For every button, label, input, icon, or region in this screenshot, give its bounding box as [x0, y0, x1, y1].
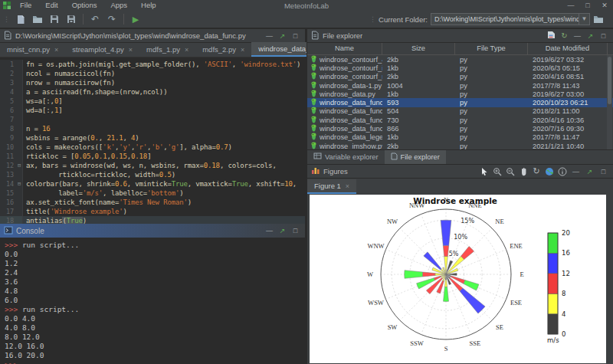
tab-variable-explorer[interactable]: Variable explorer [307, 150, 385, 164]
console-line: 8.0 12.0 [5, 333, 305, 342]
explorer-bottom-tabs: Variable explorerFile explorer [307, 149, 613, 163]
scrollbar-thumb[interactable] [608, 57, 611, 104]
float-panel-button[interactable]: ↗ [585, 32, 596, 40]
menu-options[interactable]: Options [66, 0, 103, 11]
console-line: 3.6 [5, 277, 305, 287]
save-as-button[interactable] [64, 12, 79, 26]
close-icon[interactable]: × [346, 182, 349, 190]
window-minimize-button[interactable]: — [562, 0, 579, 11]
editor-tab-mdfs_2.py[interactable]: mdfs_2.py× [195, 42, 251, 57]
editor-tab-mnist_cnn.py[interactable]: mnist_cnn.py× [0, 42, 65, 57]
maximize-panel-button[interactable]: □ [290, 32, 301, 40]
file-row[interactable]: windrose_data_func.py593py2020/10/23 06:… [307, 98, 613, 107]
column-header-name[interactable]: Name [307, 43, 382, 54]
column-header-file-type[interactable]: File Type [455, 43, 528, 54]
chevron-down-icon[interactable]: ▼ [579, 14, 589, 25]
float-panel-button[interactable]: ↗ [277, 227, 288, 234]
new-file-button[interactable] [13, 12, 28, 26]
console-output[interactable]: >>> run script...0.01.22.43.64.86.0>>> r… [0, 238, 305, 364]
file-cell: 2020/4/16 10:36 [528, 116, 608, 124]
scrollbar[interactable] [607, 55, 612, 149]
file-cell: py [455, 82, 528, 90]
file-cell: 2kb [382, 73, 455, 80]
code-line[interactable]: 18antialias(True) [0, 216, 305, 224]
code-line[interactable]: 5ws=a[:,0] [0, 97, 305, 106]
code-line[interactable]: 6wd=a[:,1] [0, 106, 305, 115]
float-panel-button[interactable]: ↗ [277, 32, 288, 40]
code-line[interactable]: 3nrow = numasciirow(fn) [0, 78, 305, 87]
column-header-size[interactable]: Size [382, 43, 455, 54]
open-folder-button[interactable] [30, 12, 45, 26]
float-panel-button[interactable]: ↗ [584, 168, 595, 175]
close-icon[interactable]: × [129, 46, 133, 54]
save-button[interactable] [47, 12, 62, 26]
file-row[interactable]: windrose_contourf_na...2kbpy2020/4/16 08… [307, 73, 613, 81]
refresh-icon[interactable]: ↻ [559, 31, 570, 40]
menu-file[interactable]: File [14, 0, 38, 11]
file-cell: py [455, 64, 528, 72]
minimize-panel-button[interactable]: — [264, 227, 275, 234]
file-table-header[interactable]: NameSizeFile TypeDate Modified [307, 43, 613, 55]
column-header-date-modified[interactable]: Date Modified [528, 43, 608, 54]
maximize-panel-button[interactable]: □ [598, 32, 609, 40]
console-line: >>> [5, 360, 305, 364]
new-file-icon[interactable] [546, 31, 557, 41]
pan-hand-icon[interactable] [518, 166, 529, 176]
editor-tab-mdfs_1.py[interactable]: mdfs_1.py× [139, 42, 195, 57]
figure-canvas[interactable]: NNNENEENEEESESESSESSSWSWWSWWWNWNWNNW5%10… [310, 195, 606, 363]
menu-help[interactable]: Help [135, 0, 162, 11]
file-row[interactable]: windrose_contourf_4.py2kbpy2019/6/27 03:… [307, 55, 613, 64]
svg-text:12: 12 [562, 270, 570, 277]
file-row[interactable]: windrose_data_legend...1kbpy2017/7/8 11:… [307, 133, 613, 142]
window-close-button[interactable]: ✕ [596, 0, 613, 11]
redo-button[interactable]: ↷ [104, 12, 120, 26]
minimize-panel-button[interactable]: — [264, 32, 275, 40]
run-script-button[interactable]: ▶ [128, 12, 143, 26]
file-row[interactable]: windrose_data_func_s...866py2020/7/16 09… [307, 124, 613, 133]
code-line[interactable]: 11rtickloc = [0.05,0.1,0.15,0.18] [0, 152, 305, 161]
maximize-panel-button[interactable]: □ [598, 168, 609, 175]
globe-icon[interactable] [544, 166, 555, 176]
minimize-panel-button[interactable]: — [572, 32, 583, 40]
code-line[interactable]: 13 rtickloc=rtickloc, width=0.5) [0, 170, 305, 179]
code-line[interactable]: 12⊟ax, bars = windrose(wd, ws, n, wsbins… [0, 161, 305, 170]
menu-edit[interactable]: Edit [39, 0, 64, 11]
file-row[interactable]: windrose_data_func_b...730py2020/4/16 10… [307, 116, 613, 124]
minimize-panel-button[interactable]: — [570, 168, 582, 175]
tab-file-explorer[interactable]: File explorer [385, 150, 446, 164]
current-folder-combo[interactable]: D:\Working\MIScript\Jython\mis\plot_type… [431, 13, 590, 25]
identify-icon[interactable] [557, 166, 568, 176]
editor-tab-streamplot_4.py[interactable]: streamplot_4.py× [65, 42, 139, 57]
zoom-in-icon[interactable] [492, 166, 503, 176]
code-editor[interactable]: 1fn = os.path.join(migl.get_sample_folde… [0, 58, 305, 224]
app-logo-icon [3, 2, 11, 9]
file-row[interactable]: windrose_imshow.py2kbpy2021/1/21 10:40 [307, 142, 613, 149]
undo-button[interactable]: ↶ [87, 12, 103, 26]
browse-folder-button[interactable] [591, 12, 606, 26]
code-line[interactable]: 1fn = os.path.join(migl.get_sample_folde… [0, 60, 305, 69]
code-line[interactable]: 2ncol = numasciicol(fn) [0, 69, 305, 78]
zoom-out-icon[interactable] [505, 166, 516, 176]
code-line[interactable]: 8n = 16 [0, 124, 305, 133]
code-line[interactable]: 4a = asciiread(fn,shape=(nrow,ncol)) [0, 87, 305, 97]
file-row[interactable]: windrose_contourf_id...1kbpy2020/6/3 05:… [307, 64, 613, 72]
maximize-panel-button[interactable]: □ [290, 227, 301, 234]
file-row[interactable]: windrose_data.py1kbpy2019/6/27 03:00 [307, 90, 613, 98]
code-line[interactable]: 17title('Windrose example') [0, 207, 305, 216]
file-row[interactable]: windrose_data-1.py1004py2017/7/8 11:43 [307, 81, 613, 90]
code-line[interactable]: 7 [0, 115, 305, 124]
window-maximize-button[interactable]: □ [579, 0, 596, 11]
code-line[interactable]: 14⊟colorbar(bars, shrink=0.6, vmintick=T… [0, 179, 305, 189]
close-icon[interactable]: × [185, 46, 188, 54]
code-line[interactable]: 10cols = makecolors(['k','y','r','b','g'… [0, 143, 305, 152]
close-icon[interactable]: × [54, 46, 58, 54]
rotate-icon[interactable]: ↻ [531, 166, 542, 176]
code-line[interactable]: 15 label='m/s', labelloc='bottom') [0, 189, 305, 198]
cursor-icon[interactable] [479, 166, 490, 176]
close-icon[interactable]: × [241, 46, 244, 54]
file-row[interactable]: windrose_data_func_1...504py2018/2/1 11:… [307, 107, 613, 116]
figure-tab[interactable]: Figure 1 × [307, 179, 356, 194]
menu-apps[interactable]: Apps [104, 0, 133, 11]
code-line[interactable]: 9wsbins = arange(0., 21.1, 4) [0, 133, 305, 143]
code-line[interactable]: 16ax.set_xtick_font(name='Times New Roma… [0, 198, 305, 207]
